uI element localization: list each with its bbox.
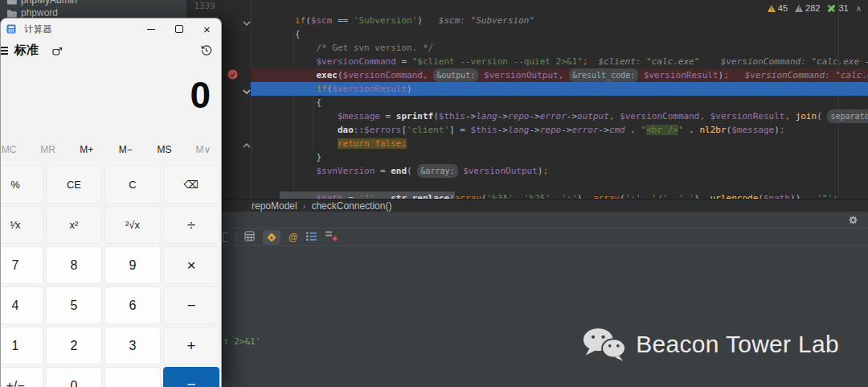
typo-icon xyxy=(827,4,836,13)
memory-button-M−[interactable]: M− xyxy=(106,141,145,159)
clipped-toolbar-icon[interactable] xyxy=(223,232,227,242)
calc-key-%[interactable]: % xyxy=(0,166,43,204)
mode-label[interactable]: 标准 xyxy=(14,43,39,58)
memory-button-M+[interactable]: M+ xyxy=(68,141,106,159)
keep-on-top-icon[interactable] xyxy=(52,45,63,60)
numbered-list-icon[interactable] xyxy=(306,230,317,245)
code-line: } xyxy=(252,150,868,164)
breakpoint-icon[interactable] xyxy=(227,68,238,79)
folder-icon xyxy=(6,9,17,18)
constants-filter-icon[interactable] xyxy=(263,230,280,245)
watermark: Beacon Tower Lab xyxy=(583,327,839,362)
line-number: 1339 xyxy=(185,1,215,14)
memory-button-MC[interactable]: MC xyxy=(0,141,28,159)
code-line: $svnVersion = end( &array: $versionOutpu… xyxy=(252,164,868,178)
fold-arrow-icon[interactable] xyxy=(243,14,251,19)
collapse-widget-icon[interactable]: ∧ xyxy=(856,4,862,13)
tree-item[interactable]: phpword xyxy=(0,6,186,18)
memory-buttons-row: MCMRM+M−MSM∨ xyxy=(0,141,222,159)
watermark-text: Beacon Tower Lab xyxy=(636,331,839,358)
maximize-button[interactable] xyxy=(165,19,193,39)
calc-key-.[interactable]: . xyxy=(104,367,161,387)
history-icon[interactable] xyxy=(200,44,212,60)
calc-key-⌫[interactable]: ⌫ xyxy=(163,166,219,204)
minimize-button[interactable] xyxy=(137,19,165,39)
evaluate-expression-icon[interactable] xyxy=(244,230,255,245)
calc-key-C[interactable]: C xyxy=(104,166,161,204)
breadcrumb-method[interactable]: checkConnection() xyxy=(311,200,391,212)
folder-icon xyxy=(6,0,17,5)
calc-key-¹⁄x[interactable]: ¹⁄x xyxy=(0,206,43,244)
warnings-count[interactable]: 45 xyxy=(768,3,788,13)
calc-key-0[interactable]: 0 xyxy=(46,367,102,387)
calc-key-²√x[interactable]: ²√x xyxy=(104,206,161,244)
calculator-app-icon xyxy=(6,24,16,34)
calc-key-+/−[interactable]: +/− xyxy=(0,367,43,387)
breadcrumb-class[interactable]: repoModel xyxy=(252,200,297,212)
calc-key-3[interactable]: 3 xyxy=(104,327,161,364)
code-line: if($scm == 'Subversion') $scm: "Subversi… xyxy=(252,14,868,27)
weak-warning-icon xyxy=(795,5,803,12)
code-line: { xyxy=(252,27,868,41)
code-line xyxy=(252,178,868,191)
project-tree[interactable]: phpMyAdmin phpword xyxy=(0,0,186,18)
calc-key-6[interactable]: 6 xyxy=(104,286,161,324)
calculator-keypad: %CEC⌫¹⁄xx²²√x÷789×456−123++/−0.= xyxy=(0,166,219,387)
calc-key-2[interactable]: 2 xyxy=(46,327,102,364)
add-to-watches-icon[interactable] xyxy=(326,230,338,245)
calculator-titlebar[interactable]: 计算器 × xyxy=(1,19,221,39)
code-line: $versionCommand = "$client --version --q… xyxy=(252,55,868,68)
weak-warnings-count[interactable]: 282 xyxy=(795,3,820,13)
settings-gear-icon[interactable] xyxy=(848,214,858,228)
tree-item[interactable]: phpMyAdmin xyxy=(0,0,186,6)
code-line: dao::$errors['client'] = $this->lang->re… xyxy=(252,123,868,137)
toolbar-separator xyxy=(235,232,236,243)
code-line: { xyxy=(252,96,868,109)
fold-end-arrow-icon[interactable] xyxy=(243,150,251,154)
code-line: exec($versionCommand, &output: $versionO… xyxy=(251,68,868,82)
fold-arrow-icon[interactable] xyxy=(243,83,251,88)
calc-key-8[interactable]: 8 xyxy=(46,246,102,284)
code-line: $path = '"' . str_replace(array('%3A', '… xyxy=(252,191,868,199)
calc-key-7[interactable]: 7 xyxy=(0,246,43,284)
globals-filter-icon[interactable]: @ xyxy=(289,233,298,242)
calc-key-=[interactable]: = xyxy=(163,367,219,387)
calc-key-x²[interactable]: x² xyxy=(46,206,102,244)
typos-count[interactable]: 31 xyxy=(827,3,848,13)
warning-icon xyxy=(768,5,776,12)
memory-button-MS[interactable]: MS xyxy=(145,141,183,159)
screenshot-root: 1339 if($scm == 'Subversion') $scm: "Sub… xyxy=(0,0,868,387)
calc-key-×[interactable]: × xyxy=(163,246,219,284)
code-line: return false; xyxy=(252,137,868,150)
breadcrumb-separator: › xyxy=(303,201,306,211)
memory-button-M∨[interactable]: M∨ xyxy=(184,141,222,159)
close-button[interactable]: × xyxy=(193,19,221,39)
window-title: 计算器 xyxy=(24,23,52,35)
code-line: if($versionResult) xyxy=(251,82,868,96)
calculator-display: 0 xyxy=(1,59,221,117)
memory-button-MR[interactable]: MR xyxy=(28,141,67,159)
calc-key-4[interactable]: 4 xyxy=(0,286,43,324)
calc-key-−[interactable]: − xyxy=(163,286,219,324)
menu-icon[interactable] xyxy=(0,47,8,55)
calc-key-CE[interactable]: CE xyxy=(46,166,102,204)
calc-key-+[interactable]: + xyxy=(163,327,219,364)
code-line: $message = sprintf($this->lang->repo->er… xyxy=(252,109,868,123)
variable-value-fragment: t 2>&1' xyxy=(223,336,260,347)
calc-key-5[interactable]: 5 xyxy=(46,286,102,324)
code-lines: if($scm == 'Subversion') $scm: "Subversi… xyxy=(252,0,868,199)
calc-key-÷[interactable]: ÷ xyxy=(163,206,219,244)
calc-key-1[interactable]: 1 xyxy=(0,327,43,364)
calc-key-9[interactable]: 9 xyxy=(104,246,161,284)
inspections-widget[interactable]: 45 282 31 ∧ xyxy=(768,3,862,13)
code-line: /* Get svn version. */ xyxy=(252,41,868,55)
gutter-separator xyxy=(251,0,252,199)
calculator-window[interactable]: 计算器 × 标准 0 MCMRM+M−MSM∨ %CEC⌫¹⁄xx²²√x÷78… xyxy=(0,18,222,387)
wechat-icon xyxy=(583,327,626,362)
